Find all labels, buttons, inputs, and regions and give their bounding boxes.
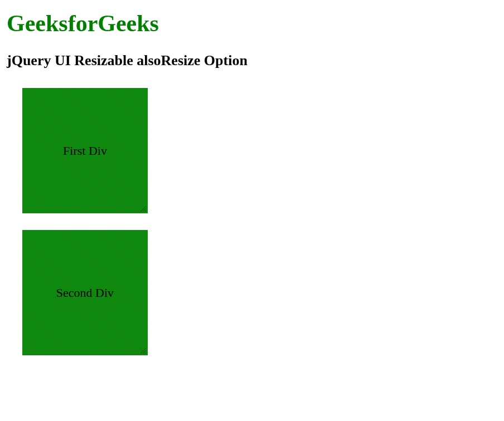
resize-handle-icon[interactable] — [139, 346, 147, 354]
second-div-box[interactable]: Second Div — [22, 230, 148, 355]
resize-handle-icon[interactable] — [139, 204, 147, 212]
page-title: GeeksforGeeks — [7, 10, 498, 37]
svg-line-5 — [145, 353, 146, 354]
page-subtitle: jQuery UI Resizable alsoResize Option — [7, 52, 498, 69]
svg-line-2 — [145, 210, 146, 212]
boxes-container: First Div Second Div — [22, 88, 498, 355]
first-div-box[interactable]: First Div — [22, 88, 148, 213]
first-div-label: First Div — [63, 144, 107, 158]
second-div-label: Second Div — [56, 286, 114, 300]
